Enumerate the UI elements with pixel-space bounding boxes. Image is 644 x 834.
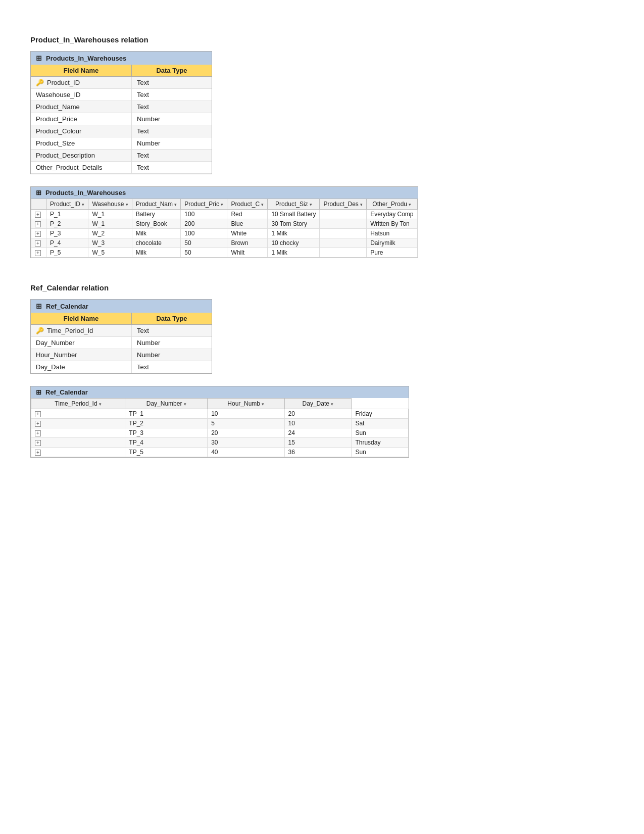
table-cell: Milk bbox=[132, 248, 181, 258]
table-cell: 5 bbox=[208, 419, 284, 428]
schema-type-cell: Text bbox=[132, 361, 212, 373]
table-cell: Everyday Comp bbox=[367, 210, 417, 219]
expand-cell[interactable]: + bbox=[31, 409, 125, 419]
table-cell: 100 bbox=[181, 210, 227, 219]
schema-type-cell: Number bbox=[132, 137, 212, 149]
data-table-calendar: Time_Period_Id ▾Day_Number ▾Hour_Numb ▾D… bbox=[31, 398, 409, 457]
table-cell: TP_4 bbox=[125, 438, 208, 448]
schema-table-name-cal: Ref_Calendar bbox=[46, 303, 88, 310]
col-header: Product_ID ▾ bbox=[46, 199, 88, 210]
field-name: Day_Number bbox=[36, 339, 75, 347]
expand-cell[interactable]: + bbox=[31, 438, 125, 448]
expand-cell[interactable]: + bbox=[31, 238, 46, 248]
table-cell: W_2 bbox=[88, 229, 132, 238]
schema-row: Product_DescriptionText bbox=[31, 150, 212, 162]
col-header: Product_Nam ▾ bbox=[132, 199, 181, 210]
schema-row: Day_DateText bbox=[31, 361, 212, 373]
schema-rows-products: 🔑Product_IDTextWasehouse_IDTextProduct_N… bbox=[31, 77, 212, 174]
table-cell: TP_1 bbox=[125, 409, 208, 419]
expand-cell[interactable]: + bbox=[31, 248, 46, 258]
table-icon-cal: ⊞ bbox=[36, 302, 42, 310]
table-cell: 200 bbox=[181, 219, 227, 229]
schema-row: 🔑Product_IDText bbox=[31, 77, 212, 89]
data-header-calendar: ⊞ Ref_Calendar bbox=[31, 386, 409, 398]
table-cell: 15 bbox=[284, 438, 352, 448]
schema-row: Product_NameText bbox=[31, 101, 212, 113]
data-thead-calendar: Time_Period_Id ▾Day_Number ▾Hour_Numb ▾D… bbox=[31, 399, 409, 409]
field-name: Day_Date bbox=[36, 363, 65, 371]
table-cell: Blue bbox=[227, 219, 268, 229]
table-cell: P_3 bbox=[46, 229, 88, 238]
expand-cell[interactable]: + bbox=[31, 219, 46, 229]
table-row: +TP_11020Friday bbox=[31, 409, 409, 419]
schema-col-headers-cal: Field Name Data Type bbox=[31, 313, 212, 325]
field-name: Hour_Number bbox=[36, 351, 77, 359]
table-cell: Battery bbox=[132, 210, 181, 219]
col-header: Other_Produ ▾ bbox=[367, 199, 417, 210]
schema-row: Product_PriceNumber bbox=[31, 113, 212, 125]
schema-type-cell: Text bbox=[132, 325, 212, 336]
schema-header-products: ⊞ Products_In_Warehouses bbox=[31, 52, 212, 65]
table-cell: Hatsun bbox=[367, 229, 417, 238]
table-row: +TP_32024Sun bbox=[31, 428, 409, 438]
table-cell: 20 bbox=[208, 428, 284, 438]
schema-field-cell: Product_Size bbox=[31, 137, 132, 149]
field-name: Product_Colour bbox=[36, 127, 81, 135]
col-header: Product_Des ▾ bbox=[320, 199, 367, 210]
table-cell: W_1 bbox=[88, 210, 132, 219]
data-table-products-wrapper: ⊞ Products_In_Warehouses Product_ID ▾Was… bbox=[30, 186, 418, 258]
data-tbody-products: +P_1W_1Battery100Red10 Small BatteryEver… bbox=[31, 210, 418, 258]
table-cell: 100 bbox=[181, 229, 227, 238]
schema-row: Day_NumberNumber bbox=[31, 337, 212, 349]
col-header-type: Data Type bbox=[132, 65, 212, 76]
table-cell: W_5 bbox=[88, 248, 132, 258]
field-name: Other_Product_Details bbox=[36, 164, 103, 171]
table-cell bbox=[320, 229, 367, 238]
expand-cell[interactable]: + bbox=[31, 419, 125, 428]
schema-row: Product_ColourText bbox=[31, 125, 212, 137]
expand-cell[interactable]: + bbox=[31, 229, 46, 238]
expand-cell[interactable]: + bbox=[31, 428, 125, 438]
schema-row: Product_SizeNumber bbox=[31, 137, 212, 150]
table-cell: 36 bbox=[284, 448, 352, 457]
table-row: +TP_2510Sat bbox=[31, 419, 409, 428]
expand-cell[interactable]: + bbox=[31, 210, 46, 219]
table-cell bbox=[320, 238, 367, 248]
schema-type-cell: Text bbox=[132, 101, 212, 113]
table-cell: Sun bbox=[352, 428, 409, 438]
table-cell: P_1 bbox=[46, 210, 88, 219]
schema-field-cell: 🔑Product_ID bbox=[31, 77, 132, 88]
schema-field-cell: Hour_Number bbox=[31, 349, 132, 361]
col-header: Day_Number ▾ bbox=[125, 399, 208, 409]
data-table-name-products: Products_In_Warehouses bbox=[45, 189, 126, 197]
table-cell: Sun bbox=[352, 448, 409, 457]
table-cell: Thrusday bbox=[352, 438, 409, 448]
table-row: +P_1W_1Battery100Red10 Small BatteryEver… bbox=[31, 210, 418, 219]
schema-table-calendar: ⊞ Ref_Calendar Field Name Data Type 🔑Tim… bbox=[30, 299, 212, 374]
table-cell: P_2 bbox=[46, 219, 88, 229]
table-cell: P_4 bbox=[46, 238, 88, 248]
field-name: Time_Period_Id bbox=[47, 327, 93, 334]
data-header-products: ⊞ Products_In_Warehouses bbox=[31, 187, 418, 199]
table-cell: Pure bbox=[367, 248, 417, 258]
data-tbody-calendar: +TP_11020Friday+TP_2510Sat+TP_32024Sun+T… bbox=[31, 409, 409, 457]
col-header: Time_Period_Id ▾ bbox=[31, 399, 125, 409]
schema-table-name: Products_In_Warehouses bbox=[46, 55, 126, 62]
schema-type-cell: Text bbox=[132, 77, 212, 88]
table-cell: 1 Milk bbox=[268, 229, 320, 238]
schema-table-products: ⊞ Products_In_Warehouses Field Name Data… bbox=[30, 51, 212, 174]
table-cell bbox=[320, 248, 367, 258]
expand-cell[interactable]: + bbox=[31, 448, 125, 457]
table-cell: Dairymilk bbox=[367, 238, 417, 248]
table-cell: 30 Tom Story bbox=[268, 219, 320, 229]
section1-title: Product_In_Warehouses relation bbox=[30, 35, 614, 44]
table-cell: P_5 bbox=[46, 248, 88, 258]
schema-type-cell: Text bbox=[132, 125, 212, 137]
schema-field-cell: Day_Number bbox=[31, 337, 132, 349]
table-cell: Written By Ton bbox=[367, 219, 417, 229]
table-cell bbox=[320, 210, 367, 219]
schema-header-calendar: ⊞ Ref_Calendar bbox=[31, 300, 212, 313]
table-cell: Sat bbox=[352, 419, 409, 428]
key-icon: 🔑 bbox=[36, 327, 44, 334]
field-name: Wasehouse_ID bbox=[36, 91, 80, 99]
